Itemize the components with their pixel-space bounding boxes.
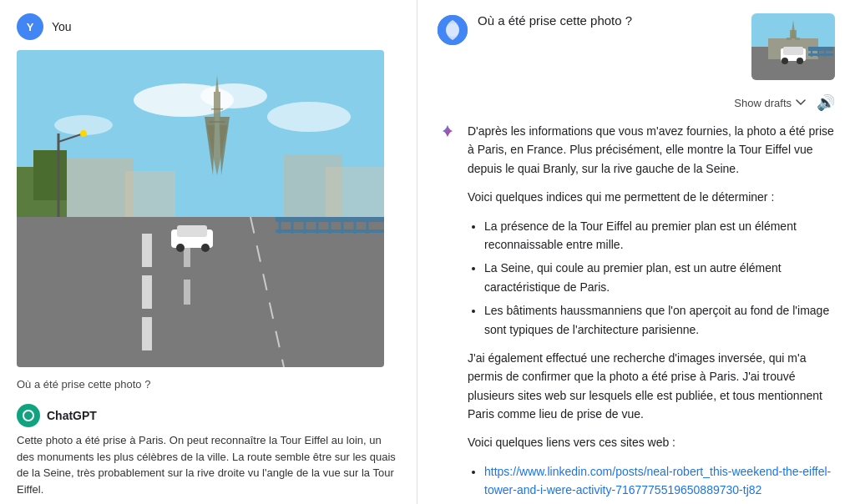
response-bullet-list: La présence de la Tour Eiffel au premier…	[484, 217, 835, 339]
svg-point-42	[80, 130, 87, 137]
svg-point-55	[782, 58, 788, 64]
gemini-response-block: D'après les informations que vous m'avez…	[438, 122, 835, 504]
bullet-item-2: La Seine, qui coule au premier plan, est…	[484, 259, 835, 296]
gemini-star-icon	[438, 123, 458, 144]
svg-rect-9	[142, 234, 152, 267]
speaker-icon[interactable]: 🔊	[817, 93, 835, 112]
response-para4: Voici quelques liens vers ces sites web …	[468, 433, 835, 451]
bullet-item-3: Les bâtiments haussmanniens que l'on ape…	[484, 301, 835, 339]
svg-rect-11	[142, 317, 152, 350]
svg-point-3	[267, 102, 351, 132]
show-drafts-button[interactable]: Show drafts	[734, 97, 807, 109]
user-photo-container	[17, 50, 384, 370]
response-para1: D'après les informations que vous m'avez…	[468, 122, 835, 178]
svg-rect-37	[177, 225, 207, 237]
right-question-text: Où a été prise cette photo ?	[478, 13, 741, 28]
response-para2: Voici quelques indices qui me permettent…	[468, 188, 835, 206]
svg-rect-20	[209, 121, 225, 123]
svg-rect-51	[787, 38, 792, 40]
user-photo	[17, 50, 384, 367]
gemini-user-icon	[438, 15, 468, 45]
response-content: D'après les informations que vous m'avez…	[468, 122, 835, 504]
svg-rect-23	[125, 171, 175, 217]
chatgpt-section: ChatGPT Cette photo a été prise à Paris.…	[17, 404, 400, 504]
thumbnail-photo-icon	[751, 13, 835, 80]
chatgpt-name-label: ChatGPT	[47, 409, 97, 422]
response-link-1[interactable]: https://www.linkedin.com/posts/neal-robe…	[484, 465, 831, 496]
response-links-list: https://www.linkedin.com/posts/neal-robe…	[484, 462, 835, 504]
svg-rect-22	[67, 159, 134, 217]
user-header: Y You	[17, 13, 400, 40]
svg-point-56	[797, 58, 803, 64]
show-drafts-row: Show drafts 🔊	[438, 93, 835, 112]
right-panel: Où a été prise cette photo ?	[417, 0, 855, 504]
user-avatar: Y	[17, 13, 43, 40]
chatgpt-header: ChatGPT	[17, 404, 400, 427]
question-thumbnail	[751, 13, 835, 80]
right-user-avatar	[438, 15, 468, 45]
svg-rect-43	[17, 404, 40, 427]
svg-rect-13	[184, 280, 190, 305]
left-panel: Y You	[0, 0, 417, 504]
svg-point-39	[201, 244, 210, 252]
svg-rect-21	[211, 108, 223, 110]
svg-rect-52	[795, 38, 800, 40]
chevron-down-icon	[795, 97, 807, 108]
show-drafts-label: Show drafts	[734, 97, 792, 109]
photo-caption: Où a été prise cette photo ?	[17, 378, 400, 391]
chatgpt-logo-icon	[17, 404, 40, 427]
bullet-item-1: La présence de la Tour Eiffel au premier…	[484, 217, 835, 255]
svg-rect-6	[33, 150, 67, 200]
right-user-header: Où a été prise cette photo ?	[438, 13, 835, 80]
response-para3: J'ai également effectué une recherche d'…	[468, 349, 835, 424]
user-name-label: You	[52, 20, 72, 33]
svg-rect-54	[783, 47, 803, 55]
link-item-1[interactable]: https://www.linkedin.com/posts/neal-robe…	[484, 462, 835, 500]
svg-rect-25	[326, 167, 384, 217]
svg-point-38	[176, 244, 185, 252]
chatgpt-response-text: Cette photo a été prise à Paris. On peut…	[17, 432, 400, 497]
svg-point-2	[200, 83, 267, 108]
svg-rect-10	[142, 275, 152, 309]
svg-rect-50	[790, 30, 797, 38]
